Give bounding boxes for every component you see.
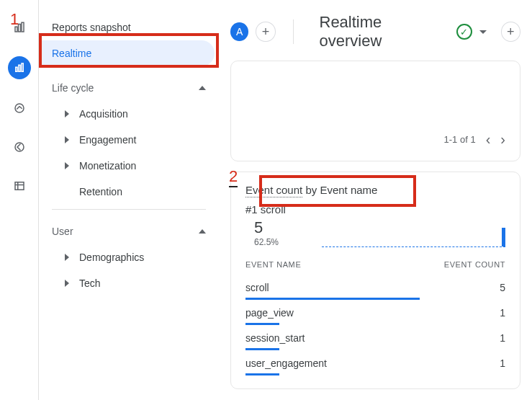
table-row[interactable]: page_view1 [245, 300, 505, 325]
sidebar-item-label: Acquisition [79, 108, 128, 120]
table-row[interactable]: session_start1 [245, 325, 505, 350]
sidebar-item-monetization[interactable]: Monetization [39, 153, 219, 179]
table-header: EVENT NAME EVENT COUNT [245, 260, 505, 275]
spacer [65, 188, 69, 195]
pager-prev-button[interactable]: ‹ [486, 131, 491, 148]
sidebar-item-retention[interactable]: Retention [39, 179, 219, 205]
pager: 1-1 of 1 ‹ › [245, 131, 505, 148]
caret-right-icon [65, 280, 69, 287]
row-count: 1 [500, 307, 505, 319]
configure-icon[interactable] [9, 176, 30, 196]
avatar[interactable]: A [230, 22, 248, 41]
big-number: 5 [245, 218, 279, 237]
card-title: Event count by Event name [245, 184, 505, 196]
svg-rect-2 [22, 22, 24, 32]
sidebar-item-engagement[interactable]: Engagement [39, 127, 219, 153]
sidebar-item-acquisition[interactable]: Acquisition [39, 101, 219, 127]
advertising-icon[interactable] [9, 137, 30, 157]
row-bar [245, 373, 505, 375]
card-summary: 1-1 of 1 ‹ › [230, 61, 520, 161]
row-name: page_view [245, 307, 294, 319]
sidebar-item-label: Tech [79, 277, 101, 289]
pager-label: 1-1 of 1 [444, 134, 476, 145]
svg-rect-1 [18, 25, 20, 32]
svg-point-6 [15, 104, 24, 112]
explore-icon[interactable] [9, 98, 30, 118]
sidebar-item-label: Engagement [79, 134, 136, 146]
sidebar-item-label: Monetization [79, 160, 136, 172]
divider [52, 209, 206, 210]
sidebar-item-demographics[interactable]: Demographics [39, 244, 219, 270]
caret-right-icon [65, 136, 69, 143]
percent-share: 62.5% [245, 237, 279, 247]
sidebar-item-label: Demographics [79, 252, 144, 263]
svg-rect-0 [15, 27, 17, 32]
chevron-up-icon [199, 86, 206, 90]
col-event-count: EVENT COUNT [444, 260, 505, 269]
status-check-icon[interactable]: ✓ [456, 24, 472, 40]
page-title: Realtime overview [320, 13, 446, 50]
card-title-metric: Event count [245, 184, 302, 197]
table-row[interactable]: user_engagement1 [245, 350, 505, 375]
card-title-dimension: by Event name [302, 184, 377, 196]
svg-rect-8 [15, 182, 24, 190]
svg-point-7 [15, 143, 24, 151]
svg-rect-5 [22, 63, 23, 71]
add-comparison-button[interactable]: + [256, 22, 275, 42]
row-count: 5 [500, 282, 505, 293]
caret-right-icon [65, 254, 69, 261]
add-card-button[interactable]: + [501, 22, 520, 42]
table-row[interactable]: scroll5 [245, 275, 505, 300]
rank-number: #1 [245, 203, 258, 215]
sidebar-item-label: Retention [79, 186, 122, 197]
row-name: scroll [245, 282, 269, 293]
caret-right-icon [65, 110, 69, 117]
row-name: user_engagement [245, 357, 327, 369]
col-event-name: EVENT NAME [245, 260, 301, 269]
section-label: User [52, 226, 73, 237]
sidebar-item-realtime[interactable]: Realtime [39, 40, 215, 66]
caret-right-icon [65, 162, 69, 169]
home-icon[interactable] [9, 17, 30, 37]
rank-name: scroll [261, 203, 286, 215]
row-count: 1 [500, 357, 505, 369]
topbar: A + Realtime overview ✓ + [230, 13, 520, 50]
section-label: Life cycle [52, 82, 94, 94]
sidebar: Reports snapshot Realtime Life cycle Acq… [39, 0, 219, 400]
svg-rect-4 [18, 65, 19, 71]
table-body: scroll5page_view1session_start1user_enga… [245, 275, 505, 375]
sidebar-item-tech[interactable]: Tech [39, 270, 219, 296]
top-rank: #1 scroll [245, 203, 505, 215]
sparkline [322, 227, 505, 247]
sidebar-section-lifecycle[interactable]: Life cycle [39, 72, 219, 101]
row-count: 1 [500, 332, 505, 344]
row-name: session_start [245, 332, 305, 344]
icon-rail [0, 0, 39, 400]
sidebar-item-snapshot[interactable]: Reports snapshot [39, 14, 219, 40]
main-content: A + Realtime overview ✓ + 1-1 of 1 ‹ › E… [219, 0, 532, 400]
card-event-count: Event count by Event name #1 scroll 5 62… [230, 172, 520, 389]
pager-next-button[interactable]: › [500, 131, 505, 148]
chevron-up-icon [199, 229, 206, 234]
dropdown-caret-icon[interactable] [479, 30, 487, 34]
sidebar-section-user[interactable]: User [39, 215, 219, 244]
svg-rect-3 [15, 67, 17, 71]
divider [293, 19, 294, 44]
reports-icon[interactable] [8, 56, 31, 79]
